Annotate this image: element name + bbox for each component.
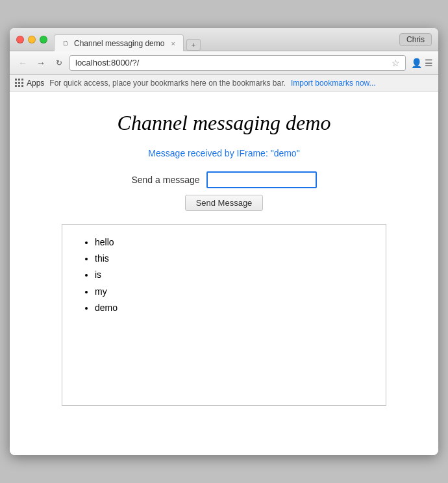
- back-button[interactable]: ←: [15, 55, 31, 71]
- traffic-lights: [16, 36, 47, 43]
- list-item: this: [95, 251, 373, 267]
- menu-icon[interactable]: ☰: [425, 58, 433, 68]
- forward-button[interactable]: →: [33, 55, 49, 71]
- apps-label: Apps: [27, 79, 44, 88]
- bookmarks-bar: Apps For quick access, place your bookma…: [10, 75, 438, 92]
- message-list: hellothisismydemo: [75, 234, 373, 316]
- maximize-button[interactable]: [40, 36, 47, 43]
- page-title: Channel messaging demo: [23, 111, 425, 135]
- tab-area: 🗋 Channel messaging demo × +: [54, 28, 399, 51]
- profile-icon[interactable]: 👤: [411, 58, 422, 68]
- new-tab-button[interactable]: +: [186, 39, 201, 51]
- send-form: Send a message Send Message: [23, 171, 425, 211]
- address-bar[interactable]: localhost:8000/?/ ☆: [69, 55, 406, 71]
- import-bookmarks-link[interactable]: Import bookmarks now...: [291, 79, 376, 88]
- list-item: hello: [95, 234, 373, 251]
- browser-window: 🗋 Channel messaging demo × + Chris ← → ↻…: [10, 28, 438, 455]
- message-received: Message received by IFrame: "demo": [23, 148, 425, 158]
- bookmarks-help-text: For quick access, place your bookmarks h…: [49, 79, 286, 88]
- user-badge: Chris: [399, 33, 432, 46]
- list-item: my: [95, 284, 373, 300]
- list-item: is: [95, 267, 373, 283]
- title-bar: 🗋 Channel messaging demo × + Chris: [10, 28, 438, 51]
- close-button[interactable]: [16, 36, 24, 43]
- bookmark-star-icon[interactable]: ☆: [392, 58, 400, 68]
- tab-title: Channel messaging demo: [74, 39, 164, 48]
- minimize-button[interactable]: [28, 36, 36, 43]
- url-text: localhost:8000/?/: [75, 58, 389, 68]
- nav-bar: ← → ↻ localhost:8000/?/ ☆ 👤 ☰: [10, 51, 438, 75]
- iframe-box: hellothisismydemo: [62, 224, 386, 406]
- nav-icons: 👤 ☰: [411, 58, 433, 68]
- send-row: Send a message: [131, 171, 316, 188]
- send-input[interactable]: [206, 171, 317, 188]
- list-item: demo: [95, 300, 373, 316]
- send-label: Send a message: [131, 175, 199, 185]
- active-tab[interactable]: 🗋 Channel messaging demo ×: [54, 34, 184, 51]
- send-message-button[interactable]: Send Message: [185, 195, 264, 211]
- tab-close-icon[interactable]: ×: [171, 40, 175, 47]
- apps-grid-icon: [15, 79, 24, 88]
- apps-button[interactable]: Apps: [15, 79, 44, 88]
- refresh-button[interactable]: ↻: [51, 55, 67, 71]
- tab-page-icon: 🗋: [62, 40, 69, 47]
- page-content: Channel messaging demo Message received …: [10, 92, 438, 455]
